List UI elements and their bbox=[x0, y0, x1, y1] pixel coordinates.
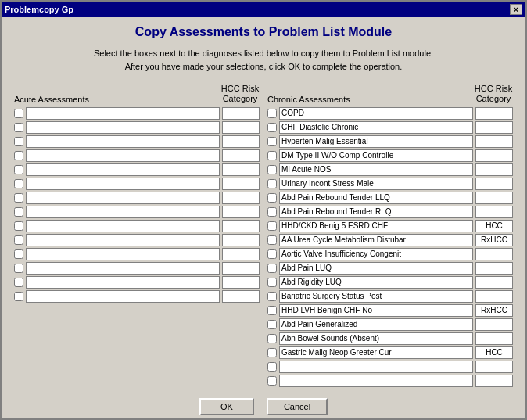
acute-text-1 bbox=[26, 121, 220, 134]
chronic-checkbox-9[interactable] bbox=[267, 235, 277, 245]
cancel-button[interactable]: Cancel bbox=[267, 398, 328, 415]
chronic-checkbox-18[interactable] bbox=[267, 362, 277, 372]
instructions: Select the boxes next to the diagnoses l… bbox=[14, 47, 513, 73]
acute-checkbox-1[interactable] bbox=[14, 123, 23, 132]
chronic-checkbox-3[interactable] bbox=[267, 151, 277, 160]
acute-checkbox-5[interactable] bbox=[14, 179, 23, 188]
chronic-checkbox-7[interactable] bbox=[267, 207, 277, 217]
chronic-checkbox-8[interactable] bbox=[267, 221, 277, 231]
acute-checkbox-9[interactable] bbox=[14, 235, 23, 245]
acute-hcc-0 bbox=[222, 107, 260, 120]
close-button[interactable]: × bbox=[510, 4, 522, 15]
chronic-checkbox-13[interactable] bbox=[267, 292, 277, 301]
acute-text-9 bbox=[26, 234, 220, 246]
chronic-checkbox-0[interactable] bbox=[267, 109, 277, 118]
chronic-row: COPD bbox=[267, 107, 513, 120]
chronic-checkbox-11[interactable] bbox=[267, 264, 277, 273]
main-window: Problemcopy Gp × Copy Assessments to Pro… bbox=[0, 0, 527, 420]
content-area: Copy Assessments to Problem List Module … bbox=[2, 17, 525, 420]
chronic-row: Aortic Valve Insufficiency Congenit bbox=[267, 248, 513, 260]
chronic-row: Abd Pain Rebound Tender RLQ bbox=[267, 206, 513, 218]
ok-button[interactable]: OK bbox=[199, 398, 254, 415]
chronic-checkbox-14[interactable] bbox=[267, 306, 277, 315]
chronic-hcc-0 bbox=[475, 107, 513, 120]
acute-text-6 bbox=[26, 192, 220, 204]
chronic-hcc-17: HCC bbox=[475, 346, 513, 359]
acute-row bbox=[14, 234, 260, 246]
chronic-text-8: HHD/CKD Benig 5 ESRD CHF bbox=[279, 220, 473, 232]
acute-checkbox-7[interactable] bbox=[14, 207, 23, 217]
window-title: Problemcopy Gp bbox=[5, 5, 73, 14]
chronic-checkbox-12[interactable] bbox=[267, 278, 277, 287]
chronic-hcc-13 bbox=[475, 290, 513, 303]
acute-hcc-2 bbox=[222, 135, 260, 148]
acute-checkbox-6[interactable] bbox=[14, 193, 23, 203]
acute-checkbox-13[interactable] bbox=[14, 292, 23, 301]
buttons-row: OK Cancel bbox=[14, 398, 513, 415]
chronic-checkbox-6[interactable] bbox=[267, 193, 277, 203]
chronic-text-10: Aortic Valve Insufficiency Congenit bbox=[279, 248, 473, 260]
acute-row bbox=[14, 192, 260, 204]
acute-text-7 bbox=[26, 206, 220, 218]
chronic-hcc-14: RxHCC bbox=[475, 304, 513, 317]
acute-text-13 bbox=[26, 290, 220, 303]
chronic-header: Chronic Assessments HCC RiskCategory bbox=[267, 84, 513, 104]
chronic-text-9: AA Urea Cycle Metabolism Distubar bbox=[279, 234, 473, 246]
instruction-line2: After you have made your selections, cli… bbox=[125, 62, 403, 71]
chronic-text-17: Gastric Malig Neop Greater Cur bbox=[279, 346, 473, 359]
acute-hcc-11 bbox=[222, 262, 260, 275]
acute-checkbox-11[interactable] bbox=[14, 264, 23, 273]
chronic-text-19 bbox=[279, 375, 473, 387]
acute-checkbox-2[interactable] bbox=[14, 137, 23, 146]
chronic-checkbox-4[interactable] bbox=[267, 165, 277, 174]
chronic-row: Abn Bowel Sounds (Absent) bbox=[267, 332, 513, 345]
chronic-text-11: Abd Pain LUQ bbox=[279, 262, 473, 275]
instruction-line1: Select the boxes next to the diagnoses l… bbox=[94, 48, 433, 58]
chronic-hcc-4 bbox=[475, 163, 513, 176]
chronic-rows: COPDCHF Diastolic ChronicHyperten Malig … bbox=[267, 107, 513, 387]
chronic-hcc-3 bbox=[475, 149, 513, 162]
acute-column: Acute Assessments HCC RiskCategory bbox=[14, 84, 260, 389]
chronic-text-1: CHF Diastolic Chronic bbox=[279, 121, 473, 134]
acute-text-10 bbox=[26, 248, 220, 260]
chronic-text-4: MI Acute NOS bbox=[279, 163, 473, 176]
acute-row bbox=[14, 276, 260, 289]
acute-text-8 bbox=[26, 220, 220, 232]
chronic-checkbox-15[interactable] bbox=[267, 320, 277, 329]
chronic-row: HHD LVH Benign CHF NoRxHCC bbox=[267, 304, 513, 317]
acute-checkbox-0[interactable] bbox=[14, 109, 23, 118]
chronic-checkbox-5[interactable] bbox=[267, 179, 277, 188]
acute-checkbox-8[interactable] bbox=[14, 221, 23, 231]
chronic-text-3: DM Type II W/O Comp Controlle bbox=[279, 149, 473, 162]
acute-row bbox=[14, 163, 260, 176]
chronic-checkbox-10[interactable] bbox=[267, 249, 277, 259]
acute-text-4 bbox=[26, 163, 220, 176]
acute-hcc-10 bbox=[222, 248, 260, 260]
chronic-checkbox-1[interactable] bbox=[267, 123, 277, 132]
chronic-checkbox-2[interactable] bbox=[267, 137, 277, 146]
chronic-checkbox-19[interactable] bbox=[267, 376, 277, 386]
acute-hcc-9 bbox=[222, 234, 260, 246]
chronic-row: HHD/CKD Benig 5 ESRD CHFHCC bbox=[267, 220, 513, 232]
chronic-text-14: HHD LVH Benign CHF No bbox=[279, 304, 473, 317]
chronic-text-13: Bariatric Surgery Status Post bbox=[279, 290, 473, 303]
chronic-row: Abd Pain Generalized bbox=[267, 318, 513, 331]
chronic-hcc-1 bbox=[475, 121, 513, 134]
acute-checkbox-10[interactable] bbox=[14, 249, 23, 259]
columns-container: Acute Assessments HCC RiskCategory Chron… bbox=[14, 84, 513, 389]
chronic-row: DM Type II W/O Comp Controlle bbox=[267, 149, 513, 162]
chronic-row: MI Acute NOS bbox=[267, 163, 513, 176]
acute-row bbox=[14, 290, 260, 303]
chronic-checkbox-16[interactable] bbox=[267, 334, 277, 343]
chronic-text-5: Urinary Incont Stress Male bbox=[279, 178, 473, 190]
chronic-checkbox-17[interactable] bbox=[267, 348, 277, 357]
chronic-hcc-7 bbox=[475, 206, 513, 218]
chronic-hcc-label: HCC RiskCategory bbox=[474, 84, 513, 104]
chronic-text-7: Abd Pain Rebound Tender RLQ bbox=[279, 206, 473, 218]
acute-checkbox-4[interactable] bbox=[14, 165, 23, 174]
chronic-text-16: Abn Bowel Sounds (Absent) bbox=[279, 332, 473, 345]
chronic-hcc-5 bbox=[475, 178, 513, 190]
acute-checkbox-12[interactable] bbox=[14, 278, 23, 287]
chronic-hcc-2 bbox=[475, 135, 513, 148]
acute-checkbox-3[interactable] bbox=[14, 151, 23, 160]
